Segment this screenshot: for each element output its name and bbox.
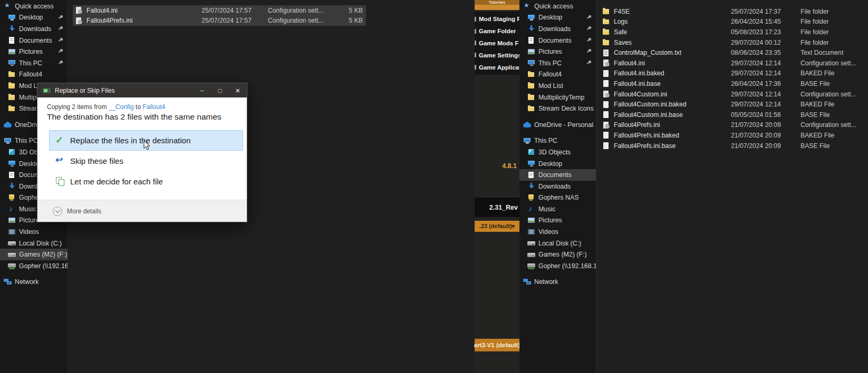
file-row[interactable]: Safe 05/08/2023 17:23 File folder: [601, 27, 868, 37]
minimize-button[interactable]: –: [193, 83, 211, 97]
sidebar-item[interactable]: OneDrive - Personal: [519, 119, 596, 131]
sidebar-item[interactable]: This PC: [519, 135, 596, 147]
file-type: BASE File: [801, 80, 868, 87]
file-row[interactable]: Fallout4Custom.ini.baked 29/07/2024 12:1…: [601, 99, 868, 110]
sidebar-item-icon: [523, 279, 531, 286]
file-name: Fallout4Custom.ini: [614, 91, 731, 98]
sidebar-item[interactable]: Gopher (\\192.168.1: [0, 260, 67, 272]
sidebar-item[interactable]: Quick access: [0, 1, 67, 12]
dialog-option[interactable]: Let me decide for each file: [49, 171, 243, 192]
tool-menu-item[interactable]: Game Applicat: [475, 61, 519, 73]
file-type: BASE File: [801, 111, 868, 119]
sidebar-item[interactable]: Documents: [519, 169, 596, 181]
tool-menu-item[interactable]: Game Folder: [475, 25, 519, 37]
sidebar-item[interactable]: MultiplicityTemp: [519, 92, 596, 103]
bottom-orange-button[interactable]: art3-V1 (default): [475, 339, 519, 351]
dialog-titlebar[interactable]: Replace or Skip Files – □ ×: [37, 83, 247, 97]
chevron-down-icon[interactable]: [53, 207, 62, 216]
sidebar-item[interactable]: Documents: [0, 35, 67, 46]
sidebar-item[interactable]: Downloads: [519, 181, 596, 192]
sidebar-item[interactable]: Gopher (\\192.168.1: [519, 260, 596, 272]
file-row[interactable]: Fallout4Prefs.ini.baked 21/07/2024 20:09…: [601, 130, 868, 141]
sidebar-item[interactable]: Pictures: [519, 46, 596, 57]
file-name: Safe: [614, 28, 731, 36]
sidebar-item[interactable]: Desktop: [519, 158, 596, 170]
sidebar-item[interactable]: Downloads: [0, 23, 67, 35]
sidebar-item-label: This PC: [534, 137, 557, 144]
sidebar-item[interactable]: 3D Objects: [519, 146, 596, 158]
file-type: File folder: [801, 39, 868, 46]
tool-menu-item[interactable]: Mod Staging F: [475, 13, 519, 25]
sidebar-item[interactable]: Games (M2) (F:): [0, 249, 67, 260]
sidebar-item[interactable]: Pictures: [0, 46, 67, 57]
dialog-option[interactable]: Skip these files: [49, 151, 243, 171]
file-row[interactable]: Fallout4Custom.ini.base 05/05/2024 01:56…: [601, 110, 868, 120]
file-row[interactable]: Fallout4Prefs.ini 21/07/2024 20:09 Confi…: [601, 120, 868, 131]
file-icon: [75, 17, 83, 24]
sidebar-item-icon: [8, 37, 16, 44]
tool-menu-item[interactable]: Game Mods F: [475, 37, 519, 50]
file-icon: [602, 80, 610, 87]
file-row[interactable]: Fallout4.ini 25/07/2024 17:57 Configurat…: [73, 5, 366, 16]
sidebar-item-icon: [8, 240, 16, 247]
file-row[interactable]: F4SE 25/07/2024 17:37 File folder: [601, 6, 868, 17]
file-icon: [602, 101, 610, 108]
sidebar-item[interactable]: Fallout4: [519, 69, 596, 81]
tool-menu-item[interactable]: Game Settings: [475, 49, 519, 61]
sidebar-item[interactable]: Desktop: [0, 12, 67, 24]
pin-icon: [58, 49, 63, 54]
file-row[interactable]: Saves 29/07/2024 00:12 File folder: [601, 37, 868, 48]
maximize-button[interactable]: □: [211, 83, 229, 97]
sidebar-item[interactable]: Videos: [519, 226, 596, 238]
copy-source-link[interactable]: __Config: [109, 103, 134, 111]
dialog-options: Replace the files in the destination Ski…: [49, 130, 243, 192]
sidebar-item[interactable]: Documents: [519, 35, 596, 46]
file-row[interactable]: Fallout4.ini.baked 29/07/2024 12:14 BAKE…: [601, 68, 868, 79]
sidebar-item[interactable]: Music: [519, 203, 596, 215]
sidebar-item-icon: [527, 82, 535, 89]
sidebar-item[interactable]: Stream Deck Icons: [519, 103, 596, 114]
sidebar-item[interactable]: Videos: [0, 226, 67, 238]
close-button[interactable]: ×: [229, 83, 247, 97]
sidebar-item[interactable]: Network: [0, 277, 67, 288]
file-icon: [602, 50, 610, 56]
file-modified: 05/05/2024 01:56: [731, 111, 801, 119]
sidebar-item-icon: [527, 37, 535, 44]
sidebar-item[interactable]: Quick access: [519, 1, 596, 12]
sidebar-item-label: MultiplicityTemp: [538, 94, 584, 101]
sidebar-item-icon: [8, 14, 16, 21]
sidebar-item[interactable]: Fallout4: [0, 69, 67, 81]
sidebar-item[interactable]: This PC: [0, 57, 67, 69]
sidebar-item[interactable]: Local Disk (C:): [0, 238, 67, 249]
file-row[interactable]: Fallout4Custom.ini 29/07/2024 12:14 Conf…: [601, 89, 868, 100]
pin-icon: [58, 38, 63, 43]
sidebar-item[interactable]: Desktop: [519, 12, 596, 24]
sidebar-item[interactable]: Local Disk (C:): [519, 238, 596, 249]
sidebar-item[interactable]: Games (M2) (F:): [519, 249, 596, 260]
profile-dropdown[interactable]: .23 (default)▾: [475, 221, 519, 232]
sidebar-item-label: Documents: [538, 171, 572, 179]
sidebar-item-icon: [523, 3, 531, 9]
file-icon: [602, 122, 610, 129]
file-row[interactable]: Fallout4.ini.base 26/04/2024 17:36 BASE …: [601, 78, 868, 89]
sidebar-item[interactable]: Network: [519, 277, 596, 288]
more-details-label[interactable]: More details: [67, 208, 101, 215]
sidebar-item[interactable]: Mod List: [519, 80, 596, 92]
sidebar-item[interactable]: Pictures: [519, 215, 596, 227]
file-row[interactable]: Fallout4Prefs.ini.base 21/07/2024 20:09 …: [601, 141, 868, 151]
option-label: Let me decide for each file: [70, 177, 163, 186]
menu-item-icon: [475, 41, 476, 45]
file-row[interactable]: Fallout4Prefs.ini 25/07/2024 17:57 Confi…: [73, 16, 366, 26]
file-row[interactable]: Fallout4.ini 29/07/2024 12:14 Configurat…: [601, 58, 868, 68]
file-row[interactable]: Logs 26/04/2024 15:45 File folder: [601, 17, 868, 27]
sidebar-item-icon: [8, 262, 16, 269]
mouse-cursor: [143, 140, 151, 153]
file-row[interactable]: ControlMap_Custom.txt 08/06/2024 23:35 T…: [601, 47, 868, 58]
copy-dest-link[interactable]: Fallout4: [142, 103, 165, 111]
sidebar-item[interactable]: Gophers NAS: [519, 192, 596, 204]
sidebar-item-label: Gopher (\\192.168.1: [19, 262, 67, 270]
tutorials-tab[interactable]: Tutorials: [475, 0, 519, 10]
sidebar-item[interactable]: This PC: [519, 57, 596, 69]
sidebar-item-label: This PC: [19, 60, 42, 67]
sidebar-item[interactable]: Downloads: [519, 23, 596, 35]
